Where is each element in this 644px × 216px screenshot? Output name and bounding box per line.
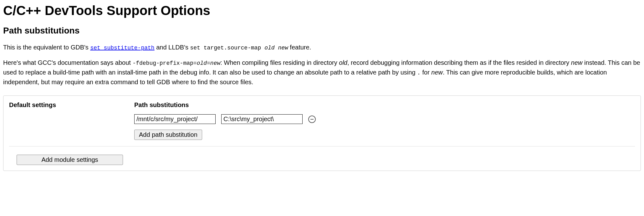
intro-text-prefix: This is the equivalent to GDB's — [3, 44, 90, 51]
intro-text-suffix: feature. — [290, 44, 311, 51]
intro-text-middle: and LLDB's — [156, 44, 190, 51]
path-from-input[interactable] — [134, 114, 216, 124]
divider — [9, 146, 635, 147]
documentation-paragraph: Here's what GCC's documentation says abo… — [3, 58, 641, 87]
section-heading: Path substitutions — [3, 26, 641, 36]
gdb-substitute-path-code: set substitute-path — [90, 45, 154, 51]
remove-icon[interactable] — [308, 116, 316, 123]
intro-paragraph: This is the equivalent to GDB's set subs… — [3, 43, 641, 52]
path-to-input[interactable] — [221, 114, 303, 124]
page-title: C/C++ DevTools Support Options — [3, 3, 641, 18]
add-path-substitution-button[interactable]: Add path substitution — [134, 130, 202, 140]
lldb-code: set target.source-map old new — [190, 45, 288, 51]
dot-code: . — [417, 70, 421, 76]
path-substitution-row — [134, 114, 635, 124]
add-module-settings-button[interactable]: Add module settings — [17, 155, 123, 165]
gdb-substitute-path-link[interactable]: set substitute-path — [90, 44, 154, 51]
default-settings-label: Default settings — [9, 101, 128, 109]
fdebug-flag-code: -fdebug-prefix-map=old=new — [132, 60, 220, 66]
path-substitutions-label: Path substitutions — [134, 101, 635, 109]
settings-panel: Default settings Path substitutions Add … — [3, 95, 641, 171]
